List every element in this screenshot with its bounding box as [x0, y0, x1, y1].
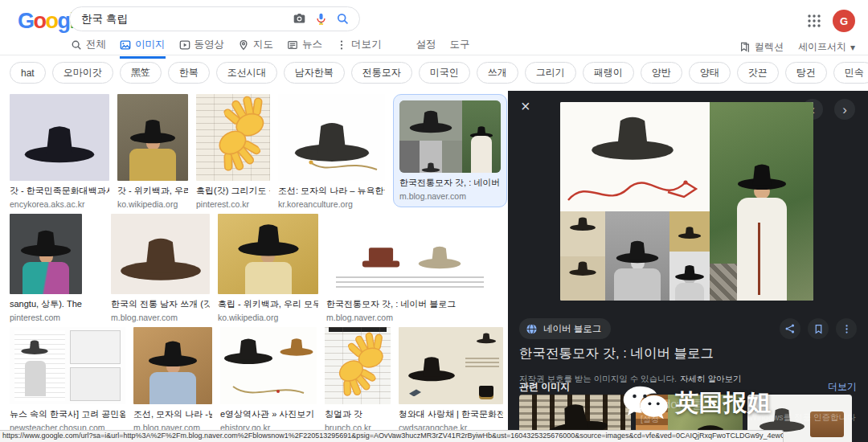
result-item[interactable]: 조선, 모자의 나라 -남성편- : 네...m.blog.naver.com — [133, 327, 212, 432]
result-item[interactable]: 청와대 사랑채 | 한국문화전시실 > 한국...cwdsarangchae.k… — [399, 327, 503, 432]
result-item[interactable]: 칭멀과 갓brunch.co.kr — [325, 327, 391, 432]
tab-label: 이미지 — [135, 38, 166, 51]
google-logo-letter: o — [34, 9, 46, 33]
search-tab-icon — [71, 39, 82, 51]
result-title[interactable]: 조선: 모자의 나라 – 뉴욕한국문화원 — [278, 185, 385, 197]
result-title[interactable]: sangtu, 상투). The black gat (heu... — [10, 298, 82, 310]
search-box[interactable] — [69, 6, 360, 31]
tab-이미지[interactable]: 이미지 — [120, 38, 166, 59]
result-thumbnail[interactable] — [10, 214, 82, 294]
results-row: 뉴스 속의 한국사] 고려 공민왕 때부터 관...newsteacher.ch… — [10, 327, 508, 432]
result-title[interactable]: 한국전통모자 갓, : 네이버 블로그 — [326, 298, 493, 310]
result-title[interactable]: e영상역사관 » 사진보기 — [220, 408, 317, 420]
filter-chip[interactable]: 조선시대 — [216, 62, 277, 84]
result-domain: ko.wikipedia.org — [218, 313, 318, 322]
result-thumbnail[interactable] — [399, 327, 503, 404]
filter-chip[interactable]: 黑笠 — [120, 62, 162, 84]
result-thumbnail[interactable] — [218, 214, 318, 294]
more-vertical-icon — [336, 39, 347, 51]
result-thumbnail[interactable] — [111, 214, 210, 294]
filter-chip[interactable]: 미국인 — [419, 62, 470, 84]
camera-search-icon[interactable] — [293, 12, 306, 26]
result-thumbnail[interactable] — [10, 327, 125, 404]
preview-title[interactable]: 한국전통모자 갓, : 네이버 블로그 — [519, 345, 714, 362]
search-input[interactable] — [80, 12, 285, 26]
result-thumbnail[interactable] — [133, 327, 212, 404]
result-title[interactable]: 조선, 모자의 나라 -남성편- : 네... — [133, 408, 212, 420]
result-title[interactable]: 흑립(갓) 그리기도 올려... — [196, 185, 270, 197]
gat-hat-icon — [223, 334, 274, 366]
close-icon[interactable]: × — [521, 98, 530, 114]
infographic-text-lines — [465, 355, 499, 370]
result-thumbnail[interactable] — [10, 94, 109, 181]
result-caption: 흑립 - 위키백과, 우리 모두의 백과사전ko.wikipedia.org — [218, 294, 318, 322]
share-icon — [784, 323, 796, 334]
more-vertical-icon — [841, 324, 852, 334]
result-thumbnail[interactable] — [220, 327, 317, 404]
result-item[interactable]: 한국전통모자 갓, : 네이버 블로그m.blog.naver.com — [326, 214, 493, 322]
filter-chip[interactable]: 남자한복 — [284, 62, 345, 84]
tab-더보기[interactable]: 더보기 — [336, 38, 382, 56]
filter-chip[interactable]: 양반 — [641, 62, 682, 84]
result-title[interactable]: 칭멀과 갓 — [325, 408, 391, 420]
result-title[interactable]: 청와대 사랑채 | 한국문화전시실 > 한국... — [399, 408, 503, 420]
filter-chip[interactable]: 민속 — [833, 62, 868, 84]
result-item[interactable]: 뉴스 속의 한국사] 고려 공민왕 때부터 관...newsteacher.ch… — [10, 327, 125, 432]
settings-link[interactable]: 설정 — [416, 38, 436, 56]
result-item[interactable]: e영상역사관 » 사진보기ehistory.go.kr — [220, 327, 317, 432]
see-more-link[interactable]: 더보기 — [828, 380, 857, 394]
filter-chip[interactable]: hat — [10, 62, 46, 84]
share-button[interactable] — [780, 318, 800, 339]
gat-hat-icon — [147, 336, 199, 368]
result-title[interactable]: 뉴스 속의 한국사] 고려 공민왕 때부터 관... — [10, 408, 125, 420]
filter-chips-row: hat오마이갓黑笠한복조선시대남자한복전통모자미국인쓰개그리기패랭이양반양태갓끈… — [0, 55, 868, 91]
next-image-button[interactable]: › — [834, 99, 855, 120]
filter-chip[interactable]: 그리기 — [525, 62, 576, 84]
tab-동영상[interactable]: 동영상 — [179, 38, 225, 56]
account-avatar[interactable]: G — [833, 10, 855, 32]
tab-전체[interactable]: 전체 — [71, 38, 106, 56]
result-title[interactable]: 갓 - 한국민족문화대백과사전 — [10, 185, 109, 197]
source-label: 네이버 블로그 — [543, 323, 601, 335]
save-button[interactable] — [808, 318, 829, 339]
result-thumbnail[interactable] — [325, 327, 391, 404]
result-thumbnail[interactable] — [117, 94, 188, 181]
result-item[interactable]: sangtu, 상투). The black gat (heu...pinter… — [10, 214, 82, 322]
result-title[interactable]: 흑립 - 위키백과, 우리 모두의 백과사전 — [218, 298, 318, 310]
preview-image[interactable] — [560, 102, 813, 301]
apps-grid-icon[interactable] — [807, 14, 821, 28]
result-item[interactable]: 조선: 모자의 나라 – 뉴욕한국문화원kr.koreanculture.org — [278, 94, 385, 209]
source-chip[interactable]: 네이버 블로그 — [519, 318, 611, 339]
filter-chip[interactable]: 탕건 — [785, 62, 827, 84]
result-thumbnail[interactable] — [278, 94, 385, 181]
result-caption: 갓 - 한국민족문화대백과사전encykorea.aks.ac.kr — [10, 181, 109, 209]
filter-chip[interactable]: 전통모자 — [351, 62, 412, 84]
filter-chip[interactable]: 패랭이 — [583, 62, 634, 84]
result-thumbnail[interactable] — [399, 100, 501, 173]
filter-chip[interactable]: 오마이갓 — [52, 62, 113, 84]
tools-link[interactable]: 도구 — [450, 38, 470, 56]
result-item-selected[interactable]: 한국전통모자 갓, : 네이버 블로그m.blog.naver.com — [393, 94, 507, 207]
more-options-button[interactable] — [836, 318, 857, 339]
result-title[interactable]: 한국의 전통 남자 쓰개 (갓+갓끈+초립+... — [111, 298, 210, 310]
search-icon[interactable] — [336, 12, 350, 26]
filter-chip[interactable]: 쓰개 — [477, 62, 518, 84]
filter-chip[interactable]: 갓끈 — [737, 62, 779, 84]
mic-icon[interactable] — [314, 12, 328, 26]
gat-hat-icon — [20, 338, 49, 355]
result-thumbnail[interactable] — [326, 214, 493, 294]
result-title[interactable]: 갓 - 위키백과, 우리 모두의 ... — [117, 185, 188, 197]
result-item[interactable]: 갓 - 한국민족문화대백과사전encykorea.aks.ac.kr — [10, 94, 109, 209]
result-thumbnail[interactable] — [196, 94, 270, 181]
result-item[interactable]: 갓 - 위키백과, 우리 모두의 ...ko.wikipedia.org — [117, 94, 188, 209]
result-item[interactable]: 한국의 전통 남자 쓰개 (갓+갓끈+초립+...m.blog.naver.co… — [111, 214, 210, 322]
filter-chip[interactable]: 한복 — [168, 62, 210, 84]
collections-button[interactable]: 컬렉션 — [739, 40, 784, 54]
tab-지도[interactable]: 지도 — [238, 38, 273, 56]
result-item[interactable]: 흑립 - 위키백과, 우리 모두의 백과사전ko.wikipedia.org — [218, 214, 318, 322]
result-item[interactable]: 흑립(갓) 그리기도 올려...pinterest.co.kr — [196, 94, 270, 209]
filter-chip[interactable]: 양태 — [689, 62, 731, 84]
tab-뉴스[interactable]: 뉴스 — [287, 38, 322, 56]
safesearch-dropdown[interactable]: 세이프서치 ▾ — [798, 40, 855, 54]
result-title[interactable]: 한국전통모자 갓, : 네이버 블로그 — [399, 177, 501, 189]
